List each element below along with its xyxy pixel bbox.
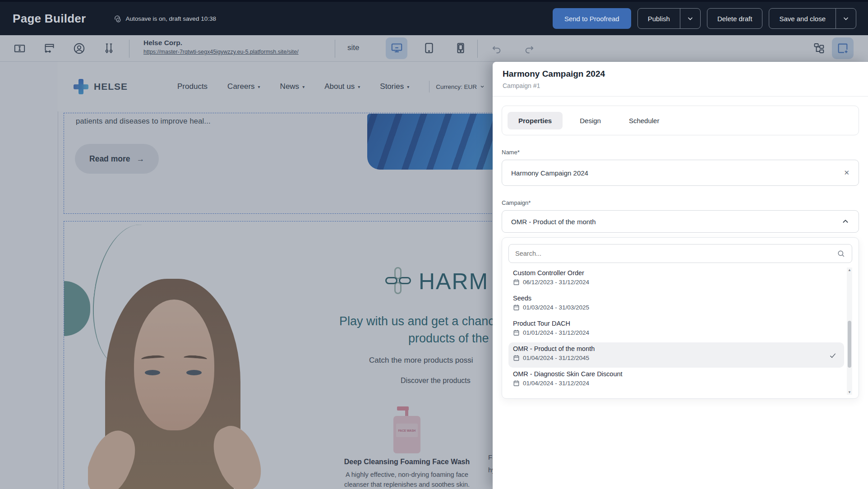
product-title: Deep Cleansing Foaming Face Wash: [336, 458, 478, 466]
save-dropdown-button[interactable]: [836, 9, 856, 28]
search-icon: [837, 249, 845, 258]
add-block-icon[interactable]: [836, 42, 849, 55]
toolbar-divider: [477, 40, 478, 58]
model-photo: [88, 267, 262, 489]
app-title: Page Builder: [13, 12, 86, 26]
campaign-field-label: Campaign*: [502, 199, 859, 206]
site-info: Helse Corp. https://master-7rqtwti-segx4…: [143, 39, 299, 55]
helse-logo-text: HELSE: [94, 81, 128, 92]
helse-plus-icon: [72, 78, 89, 95]
nav-about-us[interactable]: About us▾: [324, 82, 360, 91]
helse-logo[interactable]: HELSE: [72, 78, 128, 95]
nav-stories[interactable]: Stories▾: [380, 82, 409, 91]
product-card[interactable]: FACE WASH Deep Cleansing Foaming Face Wa…: [336, 404, 478, 489]
redo-icon[interactable]: [523, 43, 535, 55]
hero-heading-line1: Play with us and get a chanc: [339, 314, 494, 328]
page-tree-icon[interactable]: [813, 42, 826, 55]
calendar-icon: [513, 279, 520, 286]
caret-down-icon: ▾: [407, 84, 409, 89]
autosave-icon: [113, 14, 122, 23]
delete-draft-button[interactable]: Delete draft: [707, 8, 763, 29]
chevron-down-icon: [480, 84, 485, 89]
save-close-split-button: Save and close: [769, 8, 856, 29]
panel-tabs: Properties Design Scheduler: [502, 106, 859, 135]
campaign-option-list: Custom Controller Order 06/12/2023 - 31/…: [508, 267, 852, 396]
option-omr-diagnostic-skin-care-discount[interactable]: OMR - Diagnostic Skin Care Discount 01/0…: [508, 368, 844, 393]
user-profile-icon[interactable]: [73, 42, 85, 55]
page-builder-app: Page Builder Autosave is on, draft saved…: [0, 0, 868, 489]
device-mobile-icon[interactable]: [455, 42, 466, 54]
panel-title: Harmony Campaign 2024: [503, 69, 858, 79]
scroll-down-icon[interactable]: ▼: [847, 390, 852, 394]
tab-properties[interactable]: Properties: [508, 112, 563, 129]
toolbar-divider: [129, 40, 129, 58]
sliders-filter-icon[interactable]: [103, 42, 115, 55]
builder-toolbar: Helse Corp. https://master-7rqtwti-segx4…: [0, 35, 868, 62]
campaign-settings-panel: Harmony Campaign 2024 Campaign #1 Proper…: [493, 62, 868, 489]
option-seeds[interactable]: Seeds 01/03/2024 - 31/03/2025: [508, 292, 844, 317]
caret-down-icon: ▾: [302, 84, 305, 89]
harmony-brand-text: HARM: [419, 268, 489, 295]
currency-selector[interactable]: Currency: EUR: [436, 83, 485, 90]
publish-dropdown-button[interactable]: [680, 9, 700, 28]
nav-products[interactable]: Products: [177, 82, 208, 91]
layout-resize-icon[interactable]: [43, 42, 55, 55]
campaign-select-value: OMR - Product of the month: [511, 218, 596, 226]
caret-down-icon: ▾: [358, 84, 360, 89]
hero-heading-line2: products of the: [408, 332, 489, 346]
dropdown-scrollbar[interactable]: ▲ ▼: [847, 268, 852, 395]
name-field: ✕: [502, 160, 859, 186]
name-input[interactable]: [511, 169, 844, 177]
caret-down-icon: ▾: [258, 84, 260, 89]
site-url-link[interactable]: https://master-7rqtwti-segx45igywzzy.eu-…: [143, 49, 299, 55]
device-desktop-icon[interactable]: [391, 42, 403, 54]
option-product-tour-dach[interactable]: Product Tour DACH 01/01/2024 - 31/12/202…: [508, 317, 844, 342]
site-nav-items: Products Careers▾ News▾ About us▾ Storie…: [177, 82, 409, 91]
nav-divider: [429, 81, 429, 92]
hero-subtext-2: Discover the products: [401, 377, 471, 385]
site-name: Helse Corp.: [143, 39, 182, 46]
chevron-down-icon: [842, 15, 850, 22]
campaign-select[interactable]: OMR - Product of the month: [502, 210, 859, 233]
tab-scheduler[interactable]: Scheduler: [618, 112, 670, 129]
autosave-text: Autosave is on, draft saved 10:38: [126, 15, 216, 22]
chevron-up-icon: [841, 217, 850, 226]
undo-icon[interactable]: [491, 43, 503, 55]
hero-subtext-1: Catch the more products possi: [369, 356, 473, 365]
calendar-icon: [513, 355, 520, 361]
nav-news[interactable]: News▾: [280, 82, 305, 91]
campaign-dropdown: Custom Controller Order 06/12/2023 - 31/…: [502, 237, 859, 399]
name-field-label: Name*: [502, 149, 859, 156]
option-custom-controller-order[interactable]: Custom Controller Order 06/12/2023 - 31/…: [508, 267, 844, 292]
calendar-icon: [513, 329, 520, 336]
clear-name-icon[interactable]: ✕: [844, 169, 850, 177]
toolbar-divider: [335, 40, 335, 58]
arrow-right-icon: →: [136, 154, 144, 164]
option-omr-product-of-the-month[interactable]: OMR - Product of the month 01/04/2024 - …: [508, 342, 844, 368]
campaign-search-box: [508, 244, 852, 263]
publish-button[interactable]: Publish: [638, 9, 680, 28]
save-and-close-button[interactable]: Save and close: [769, 9, 836, 28]
site-label: site: [347, 43, 359, 52]
scroll-up-icon[interactable]: ▲: [847, 268, 852, 272]
section1-text: patients and diseases to improve heal...: [76, 117, 211, 125]
calendar-icon: [513, 380, 520, 387]
product-bottle-image: FACE WASH: [393, 406, 420, 453]
page-edge-line: [58, 62, 58, 489]
app-header: Page Builder Autosave is on, draft saved…: [0, 0, 868, 35]
publish-split-button: Publish: [637, 8, 701, 29]
tab-design[interactable]: Design: [569, 112, 612, 129]
chevron-down-icon: [687, 15, 694, 22]
send-to-proofread-button[interactable]: Send to Proofread: [553, 8, 631, 29]
scrollbar-thumb[interactable]: [848, 321, 851, 368]
calendar-icon: [513, 304, 520, 311]
read-more-button[interactable]: Read more →: [75, 144, 159, 174]
product-description: A highly effective, non-drying foaming f…: [336, 470, 478, 489]
nav-careers[interactable]: Careers▾: [227, 82, 260, 91]
campaign-search-input[interactable]: [515, 250, 837, 257]
harmony-chain-logo-icon: [384, 267, 413, 296]
text-block-tool-icon[interactable]: [14, 42, 26, 55]
device-tablet-icon[interactable]: [423, 42, 435, 54]
header-actions: Send to Proofread Publish Delete draft S…: [553, 8, 856, 29]
autosave-status: Autosave is on, draft saved 10:38: [113, 14, 216, 23]
